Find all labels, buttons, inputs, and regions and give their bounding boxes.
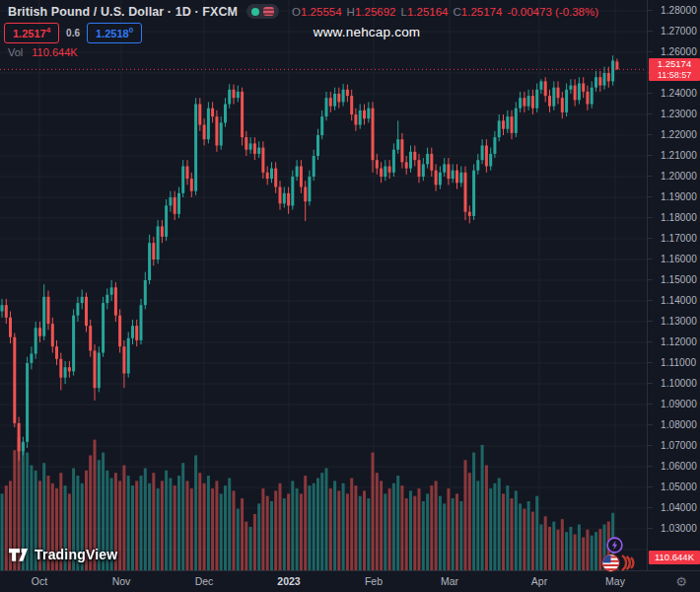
price-tick: 1.15000 <box>648 274 700 285</box>
price-tick: 1.19000 <box>648 191 700 202</box>
time-label: 2023 <box>277 575 300 587</box>
delayed-data-icon <box>263 7 274 16</box>
volume-label: Vol <box>8 46 23 58</box>
tradingview-logo-icon <box>8 548 29 562</box>
price-tick: 1.24000 <box>648 88 700 99</box>
ohlc-readout: O1.25554 H1.25692 L1.25164 C1.25174 -0.0… <box>292 6 598 18</box>
price-tick: 1.13000 <box>648 316 700 327</box>
volume-value: 110.644K <box>32 46 77 58</box>
price-tick: 1.17000 <box>648 233 700 244</box>
market-status-toggle[interactable] <box>246 4 279 19</box>
price-tick: 1.03000 <box>648 523 700 534</box>
price-tick: 1.23000 <box>648 109 700 119</box>
time-label: Feb <box>365 575 383 587</box>
price-tick: 1.09000 <box>648 399 700 409</box>
price-tick: 1.27000 <box>648 26 700 37</box>
price-tick: 1.08000 <box>648 419 700 430</box>
price-tick: 1.18000 <box>648 212 700 223</box>
spread-label: 0.6 <box>66 28 80 38</box>
quote-panel: 1.25174 0.6 1.25180 <box>4 23 142 43</box>
chart-legend: British Pound / U.S. Dollar · 1D · FXCM … <box>8 4 598 19</box>
sell-bid-button[interactable]: 1.25174 <box>4 23 59 43</box>
time-label: Nov <box>112 575 131 587</box>
price-tick: 1.05000 <box>648 481 700 492</box>
countdown-timer: 11:58:57 <box>649 70 700 81</box>
price-tick: 1.06000 <box>648 461 700 472</box>
last-price-label: 1.25174 11:58:57 <box>649 58 700 81</box>
tradingview-chart-window: 1.280001.270001.260001.250001.240001.230… <box>0 0 700 592</box>
price-tick: 1.22000 <box>648 129 700 140</box>
price-tick: 1.07000 <box>648 440 700 451</box>
price-tick: 1.21000 <box>648 150 700 161</box>
volume-axis-label: 110.644K <box>649 551 700 564</box>
price-tick: 1.14000 <box>648 295 700 306</box>
price-tick: 1.28000 <box>648 5 700 16</box>
last-price-value: 1.25174 <box>658 58 691 69</box>
change-value: -0.00473 (-0.38%) <box>507 6 598 18</box>
time-label: Apr <box>531 575 547 587</box>
volume-legend: Vol 110.644K <box>8 46 78 58</box>
watermark-text: www.nehcap.com <box>314 25 421 39</box>
market-open-dot-icon <box>251 8 259 16</box>
time-label: Oct <box>32 575 47 587</box>
time-axis[interactable]: OctNovDec2023FebMarAprMay ⚙ <box>0 570 700 592</box>
symbol-title[interactable]: British Pound / U.S. Dollar · 1D · FXCM <box>8 5 238 19</box>
tradingview-logo[interactable]: TradingView <box>8 547 117 562</box>
us-flag-stream-icon[interactable] <box>600 553 640 577</box>
price-tick: 1.16000 <box>648 254 700 264</box>
settings-gear-icon[interactable]: ⚙ <box>675 574 687 589</box>
price-tick: 1.12000 <box>648 336 700 347</box>
tradingview-logo-text: TradingView <box>35 547 117 562</box>
price-axis[interactable]: 1.280001.270001.260001.250001.240001.230… <box>647 0 700 570</box>
price-tick: 1.10000 <box>648 378 700 389</box>
time-label: Mar <box>441 575 458 587</box>
price-tick: 1.20000 <box>648 171 700 182</box>
time-label: Dec <box>195 575 214 587</box>
candles <box>1 55 619 461</box>
price-tick: 1.04000 <box>648 502 700 513</box>
buy-ask-button[interactable]: 1.25180 <box>87 23 142 43</box>
price-chart[interactable] <box>0 0 647 570</box>
price-tick: 1.11000 <box>648 357 700 368</box>
price-tick: 1.26000 <box>648 46 700 57</box>
